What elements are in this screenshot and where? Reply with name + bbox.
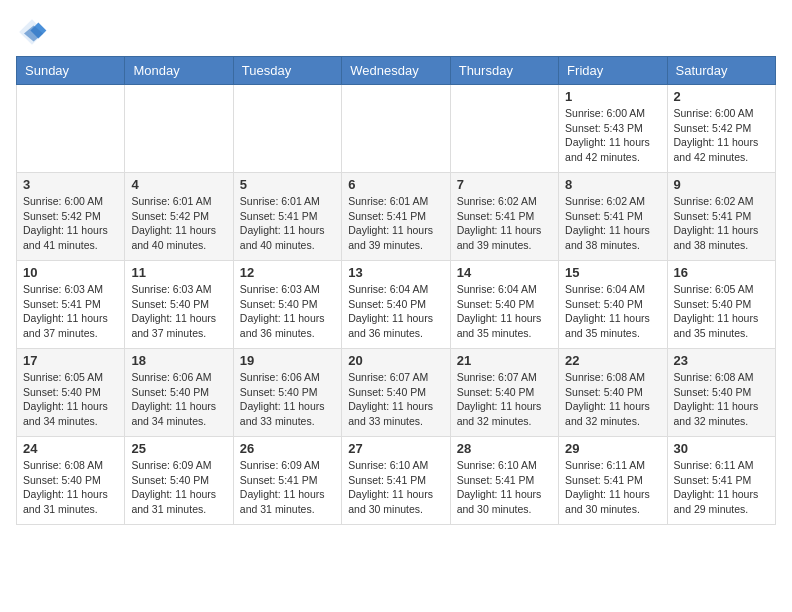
- day-info: Sunrise: 6:06 AM Sunset: 5:40 PM Dayligh…: [131, 370, 226, 429]
- day-number: 6: [348, 177, 443, 192]
- day-number: 23: [674, 353, 769, 368]
- calendar-week-row: 1Sunrise: 6:00 AM Sunset: 5:43 PM Daylig…: [17, 85, 776, 173]
- day-number: 14: [457, 265, 552, 280]
- day-number: 3: [23, 177, 118, 192]
- calendar-day-cell: 10Sunrise: 6:03 AM Sunset: 5:41 PM Dayli…: [17, 261, 125, 349]
- day-info: Sunrise: 6:00 AM Sunset: 5:42 PM Dayligh…: [674, 106, 769, 165]
- day-number: 9: [674, 177, 769, 192]
- calendar-day-cell: 1Sunrise: 6:00 AM Sunset: 5:43 PM Daylig…: [559, 85, 667, 173]
- calendar-day-cell: 5Sunrise: 6:01 AM Sunset: 5:41 PM Daylig…: [233, 173, 341, 261]
- day-info: Sunrise: 6:09 AM Sunset: 5:41 PM Dayligh…: [240, 458, 335, 517]
- empty-cell: [125, 85, 233, 173]
- calendar-day-cell: 8Sunrise: 6:02 AM Sunset: 5:41 PM Daylig…: [559, 173, 667, 261]
- day-number: 7: [457, 177, 552, 192]
- empty-cell: [233, 85, 341, 173]
- calendar-day-cell: 21Sunrise: 6:07 AM Sunset: 5:40 PM Dayli…: [450, 349, 558, 437]
- day-number: 22: [565, 353, 660, 368]
- calendar-day-cell: 3Sunrise: 6:00 AM Sunset: 5:42 PM Daylig…: [17, 173, 125, 261]
- day-number: 25: [131, 441, 226, 456]
- day-info: Sunrise: 6:03 AM Sunset: 5:40 PM Dayligh…: [131, 282, 226, 341]
- day-number: 4: [131, 177, 226, 192]
- day-info: Sunrise: 6:02 AM Sunset: 5:41 PM Dayligh…: [674, 194, 769, 253]
- day-number: 18: [131, 353, 226, 368]
- day-info: Sunrise: 6:01 AM Sunset: 5:42 PM Dayligh…: [131, 194, 226, 253]
- day-info: Sunrise: 6:00 AM Sunset: 5:42 PM Dayligh…: [23, 194, 118, 253]
- calendar-day-cell: 4Sunrise: 6:01 AM Sunset: 5:42 PM Daylig…: [125, 173, 233, 261]
- day-info: Sunrise: 6:08 AM Sunset: 5:40 PM Dayligh…: [565, 370, 660, 429]
- calendar-day-cell: 6Sunrise: 6:01 AM Sunset: 5:41 PM Daylig…: [342, 173, 450, 261]
- day-number: 24: [23, 441, 118, 456]
- day-info: Sunrise: 6:10 AM Sunset: 5:41 PM Dayligh…: [348, 458, 443, 517]
- day-number: 19: [240, 353, 335, 368]
- day-info: Sunrise: 6:00 AM Sunset: 5:43 PM Dayligh…: [565, 106, 660, 165]
- day-info: Sunrise: 6:06 AM Sunset: 5:40 PM Dayligh…: [240, 370, 335, 429]
- day-number: 16: [674, 265, 769, 280]
- calendar-day-cell: 19Sunrise: 6:06 AM Sunset: 5:40 PM Dayli…: [233, 349, 341, 437]
- calendar-day-cell: 30Sunrise: 6:11 AM Sunset: 5:41 PM Dayli…: [667, 437, 775, 525]
- calendar-day-cell: 15Sunrise: 6:04 AM Sunset: 5:40 PM Dayli…: [559, 261, 667, 349]
- day-info: Sunrise: 6:05 AM Sunset: 5:40 PM Dayligh…: [674, 282, 769, 341]
- calendar-day-cell: 2Sunrise: 6:00 AM Sunset: 5:42 PM Daylig…: [667, 85, 775, 173]
- day-number: 13: [348, 265, 443, 280]
- day-number: 17: [23, 353, 118, 368]
- day-number: 29: [565, 441, 660, 456]
- day-info: Sunrise: 6:07 AM Sunset: 5:40 PM Dayligh…: [348, 370, 443, 429]
- calendar-week-row: 10Sunrise: 6:03 AM Sunset: 5:41 PM Dayli…: [17, 261, 776, 349]
- day-info: Sunrise: 6:04 AM Sunset: 5:40 PM Dayligh…: [565, 282, 660, 341]
- calendar-header-row: SundayMondayTuesdayWednesdayThursdayFrid…: [17, 57, 776, 85]
- calendar-day-cell: 9Sunrise: 6:02 AM Sunset: 5:41 PM Daylig…: [667, 173, 775, 261]
- day-info: Sunrise: 6:01 AM Sunset: 5:41 PM Dayligh…: [348, 194, 443, 253]
- calendar-day-cell: 14Sunrise: 6:04 AM Sunset: 5:40 PM Dayli…: [450, 261, 558, 349]
- day-info: Sunrise: 6:04 AM Sunset: 5:40 PM Dayligh…: [457, 282, 552, 341]
- page-header: [16, 16, 776, 48]
- calendar-week-row: 24Sunrise: 6:08 AM Sunset: 5:40 PM Dayli…: [17, 437, 776, 525]
- calendar-day-cell: 7Sunrise: 6:02 AM Sunset: 5:41 PM Daylig…: [450, 173, 558, 261]
- day-info: Sunrise: 6:04 AM Sunset: 5:40 PM Dayligh…: [348, 282, 443, 341]
- day-info: Sunrise: 6:02 AM Sunset: 5:41 PM Dayligh…: [457, 194, 552, 253]
- calendar-day-cell: 13Sunrise: 6:04 AM Sunset: 5:40 PM Dayli…: [342, 261, 450, 349]
- calendar-table: SundayMondayTuesdayWednesdayThursdayFrid…: [16, 56, 776, 525]
- weekday-header-tuesday: Tuesday: [233, 57, 341, 85]
- day-info: Sunrise: 6:07 AM Sunset: 5:40 PM Dayligh…: [457, 370, 552, 429]
- day-info: Sunrise: 6:08 AM Sunset: 5:40 PM Dayligh…: [23, 458, 118, 517]
- day-number: 1: [565, 89, 660, 104]
- weekday-header-monday: Monday: [125, 57, 233, 85]
- day-info: Sunrise: 6:05 AM Sunset: 5:40 PM Dayligh…: [23, 370, 118, 429]
- calendar-day-cell: 29Sunrise: 6:11 AM Sunset: 5:41 PM Dayli…: [559, 437, 667, 525]
- calendar-day-cell: 20Sunrise: 6:07 AM Sunset: 5:40 PM Dayli…: [342, 349, 450, 437]
- calendar-week-row: 17Sunrise: 6:05 AM Sunset: 5:40 PM Dayli…: [17, 349, 776, 437]
- day-number: 20: [348, 353, 443, 368]
- empty-cell: [450, 85, 558, 173]
- logo: [16, 16, 52, 48]
- calendar-day-cell: 25Sunrise: 6:09 AM Sunset: 5:40 PM Dayli…: [125, 437, 233, 525]
- day-info: Sunrise: 6:02 AM Sunset: 5:41 PM Dayligh…: [565, 194, 660, 253]
- day-number: 5: [240, 177, 335, 192]
- calendar-day-cell: 17Sunrise: 6:05 AM Sunset: 5:40 PM Dayli…: [17, 349, 125, 437]
- day-number: 30: [674, 441, 769, 456]
- day-number: 8: [565, 177, 660, 192]
- empty-cell: [17, 85, 125, 173]
- day-info: Sunrise: 6:11 AM Sunset: 5:41 PM Dayligh…: [674, 458, 769, 517]
- calendar-day-cell: 11Sunrise: 6:03 AM Sunset: 5:40 PM Dayli…: [125, 261, 233, 349]
- day-info: Sunrise: 6:11 AM Sunset: 5:41 PM Dayligh…: [565, 458, 660, 517]
- weekday-header-saturday: Saturday: [667, 57, 775, 85]
- calendar-day-cell: 22Sunrise: 6:08 AM Sunset: 5:40 PM Dayli…: [559, 349, 667, 437]
- day-number: 27: [348, 441, 443, 456]
- logo-icon: [16, 16, 48, 48]
- day-number: 26: [240, 441, 335, 456]
- calendar-day-cell: 26Sunrise: 6:09 AM Sunset: 5:41 PM Dayli…: [233, 437, 341, 525]
- day-number: 28: [457, 441, 552, 456]
- calendar-day-cell: 16Sunrise: 6:05 AM Sunset: 5:40 PM Dayli…: [667, 261, 775, 349]
- weekday-header-thursday: Thursday: [450, 57, 558, 85]
- day-number: 21: [457, 353, 552, 368]
- day-info: Sunrise: 6:10 AM Sunset: 5:41 PM Dayligh…: [457, 458, 552, 517]
- day-number: 15: [565, 265, 660, 280]
- weekday-header-friday: Friday: [559, 57, 667, 85]
- day-number: 10: [23, 265, 118, 280]
- weekday-header-wednesday: Wednesday: [342, 57, 450, 85]
- calendar-week-row: 3Sunrise: 6:00 AM Sunset: 5:42 PM Daylig…: [17, 173, 776, 261]
- day-info: Sunrise: 6:09 AM Sunset: 5:40 PM Dayligh…: [131, 458, 226, 517]
- day-info: Sunrise: 6:08 AM Sunset: 5:40 PM Dayligh…: [674, 370, 769, 429]
- day-number: 2: [674, 89, 769, 104]
- calendar-day-cell: 12Sunrise: 6:03 AM Sunset: 5:40 PM Dayli…: [233, 261, 341, 349]
